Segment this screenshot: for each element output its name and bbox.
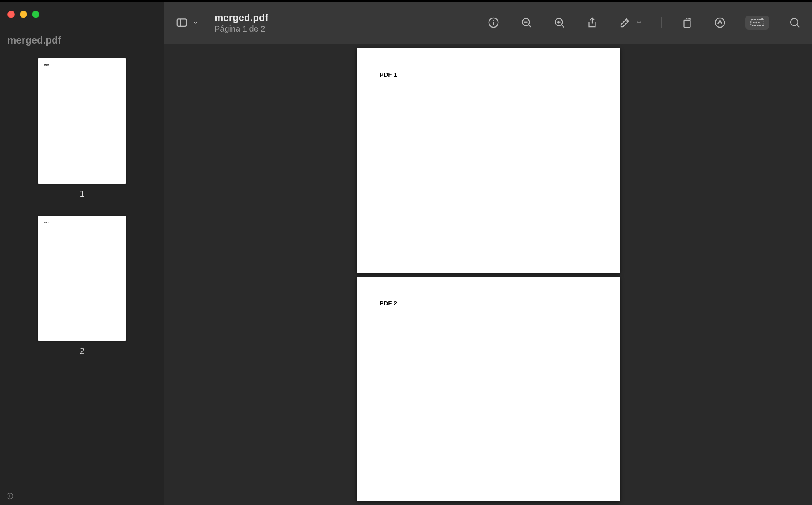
fullscreen-window-button[interactable] bbox=[32, 11, 39, 18]
thumbnail-page-number: 2 bbox=[79, 346, 84, 356]
thumbnail-item[interactable]: PDF 1 1 bbox=[38, 52, 126, 205]
zoom-out-button[interactable] bbox=[519, 15, 534, 30]
svg-point-20 bbox=[753, 22, 754, 23]
window-controls bbox=[0, 2, 164, 18]
toolbar-separator bbox=[661, 17, 662, 28]
highlight-menu-button[interactable] bbox=[635, 15, 643, 30]
sidebar-toggle-button[interactable] bbox=[174, 15, 189, 30]
thumbnail-list: PDF 1 1 PDF 2 2 bbox=[0, 46, 164, 487]
thumbnail-page-preview: PDF 2 bbox=[38, 216, 126, 341]
document-title-block: merged.pdf Página 1 de 2 bbox=[215, 12, 268, 34]
svg-rect-16 bbox=[684, 20, 690, 28]
form-fill-button[interactable] bbox=[745, 16, 769, 30]
view-menu-button[interactable] bbox=[191, 15, 200, 30]
pdf-page[interactable]: PDF 2 bbox=[357, 277, 620, 501]
close-window-button[interactable] bbox=[7, 11, 15, 18]
minimize-window-button[interactable] bbox=[20, 11, 27, 18]
page-indicator: Página 1 de 2 bbox=[215, 24, 268, 34]
svg-point-23 bbox=[791, 18, 798, 26]
share-button[interactable] bbox=[585, 15, 600, 30]
thumbnail-page-number: 1 bbox=[79, 188, 84, 199]
thumbnail-item[interactable]: PDF 2 2 bbox=[38, 209, 126, 363]
svg-rect-19 bbox=[751, 20, 764, 26]
thumbnails-sidebar: merged.pdf PDF 1 1 PDF 2 2 bbox=[0, 2, 164, 505]
sidebar-document-title: merged.pdf bbox=[0, 18, 164, 46]
page-text: PDF 1 bbox=[380, 71, 397, 78]
highlight-button[interactable] bbox=[618, 15, 632, 30]
svg-line-9 bbox=[529, 25, 531, 28]
markup-button[interactable] bbox=[713, 15, 727, 30]
svg-rect-3 bbox=[177, 19, 187, 26]
thumbnail-page-preview: PDF 1 bbox=[38, 58, 126, 184]
sidebar-footer bbox=[0, 487, 164, 505]
document-canvas[interactable]: PDF 1 PDF 2 bbox=[164, 44, 812, 505]
thumbnail-page-text: PDF 1 bbox=[44, 64, 49, 67]
info-button[interactable] bbox=[486, 15, 501, 30]
svg-line-12 bbox=[562, 25, 564, 28]
zoom-in-button[interactable] bbox=[552, 15, 567, 30]
pdf-page[interactable]: PDF 1 bbox=[357, 48, 620, 273]
rotate-button[interactable] bbox=[680, 15, 694, 30]
toolbar: merged.pdf Página 1 de 2 bbox=[164, 2, 812, 44]
svg-point-21 bbox=[756, 22, 757, 23]
svg-line-24 bbox=[797, 25, 800, 28]
add-page-button[interactable] bbox=[6, 492, 14, 500]
page-text: PDF 2 bbox=[380, 300, 397, 307]
svg-point-22 bbox=[758, 22, 759, 23]
thumbnail-page-text: PDF 2 bbox=[44, 221, 49, 224]
svg-point-7 bbox=[493, 20, 494, 21]
search-button[interactable] bbox=[787, 15, 802, 30]
document-title: merged.pdf bbox=[215, 12, 268, 23]
